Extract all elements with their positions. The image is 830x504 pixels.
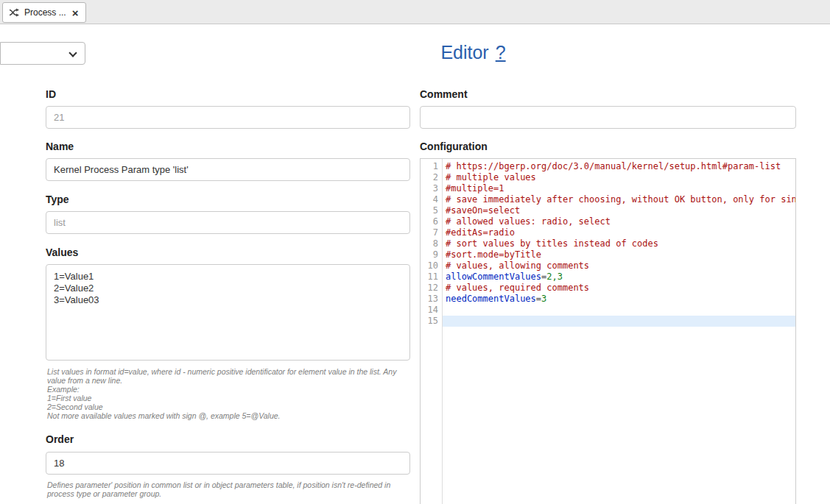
line-number: 15: [421, 316, 442, 327]
code-line[interactable]: #multiple=1: [443, 183, 795, 194]
order-help: Defines parameter' position in common li…: [47, 480, 408, 498]
code-line[interactable]: #saveOn=select: [443, 205, 795, 216]
values-help-line: 1=First value: [47, 394, 409, 402]
line-number: 5: [421, 205, 442, 216]
code-token-comment: # multiple values: [446, 172, 536, 182]
name-label: Name: [46, 141, 74, 152]
code-token-key: needCommentValues: [446, 294, 536, 304]
code-line[interactable]: [443, 316, 795, 327]
code-token-comment: # values, allowing comments: [446, 260, 589, 271]
values-help: List values in format id=value, where id…: [47, 367, 409, 420]
process-icon: [10, 8, 19, 17]
values-help-line: Example:: [47, 385, 409, 394]
code-line[interactable]: #editAs=radio: [443, 227, 795, 238]
code-line[interactable]: # sort values by titles instead of codes: [443, 238, 795, 249]
code-line[interactable]: needCommentValues=3: [443, 294, 795, 305]
line-number: 11: [421, 271, 442, 283]
line-number: 7: [421, 227, 442, 238]
code-line[interactable]: allowCommentValues=2,3: [443, 271, 795, 283]
line-number: 9: [421, 249, 442, 260]
code-token-comment: #sort.mode=byTitle: [446, 249, 541, 260]
close-icon[interactable]: ×: [71, 7, 80, 18]
code-token-comment: #multiple=1: [446, 183, 504, 194]
line-number: 14: [421, 305, 442, 316]
tab-process[interactable]: Process ... ×: [2, 2, 86, 23]
order-field[interactable]: [46, 452, 410, 475]
code-token-value: 3: [541, 294, 546, 304]
tab-label: Process ...: [24, 7, 66, 18]
code-token-comment: #editAs=radio: [446, 227, 515, 238]
line-number: 8: [421, 238, 442, 249]
values-help-line: 2=Second value: [47, 402, 409, 411]
configuration-label: Configuration: [420, 141, 488, 152]
config-editor[interactable]: 123456789101112131415 # https://bgerp.or…: [420, 158, 796, 504]
code-lines[interactable]: # https://bgerp.org/doc/3.0/manual/kerne…: [443, 159, 795, 504]
code-token-value: 2,3: [546, 271, 563, 282]
code-line[interactable]: [443, 305, 795, 316]
editor-page: Process ... × Editor? ID Name Type Value…: [0, 0, 830, 504]
type-field[interactable]: [46, 211, 410, 234]
help-link[interactable]: ?: [496, 42, 506, 63]
values-help-line: Not more available values marked with si…: [47, 411, 409, 420]
code-token-comment: # values, required comments: [446, 283, 589, 293]
line-number: 13: [421, 294, 442, 305]
code-token-comment: # sort values by titles instead of codes: [446, 238, 658, 249]
code-line[interactable]: # multiple values: [443, 172, 795, 183]
code-line[interactable]: # values, allowing comments: [443, 260, 795, 271]
id-label: ID: [46, 88, 56, 100]
values-help-line: List values in format id=value, where id…: [47, 367, 409, 385]
page-title-row: Editor?: [0, 42, 830, 63]
code-line[interactable]: # values, required comments: [443, 283, 795, 294]
tab-bar: Process ... ×: [0, 0, 830, 24]
line-number: 1: [421, 161, 442, 172]
code-line[interactable]: #sort.mode=byTitle: [443, 249, 795, 260]
code-line[interactable]: # allowed values: radio, select: [443, 216, 795, 227]
line-number: 10: [421, 260, 442, 271]
code-token-key: allowCommentValues: [446, 271, 541, 282]
comment-label: Comment: [420, 88, 468, 100]
values-textarea[interactable]: 1=Value1 2=Value2 3=Value03: [46, 264, 410, 361]
code-line[interactable]: # https://bgerp.org/doc/3.0/manual/kerne…: [443, 161, 795, 172]
comment-field[interactable]: [420, 106, 796, 129]
code-token-comment: # save immediately after choosing, witho…: [446, 194, 795, 205]
code-line[interactable]: # save immediately after choosing, witho…: [443, 194, 795, 205]
code-token-comment: # https://bgerp.org/doc/3.0/manual/kerne…: [446, 161, 781, 171]
code-gutter: 123456789101112131415: [421, 159, 443, 504]
code-token-eq: =: [536, 294, 541, 304]
type-label: Type: [46, 194, 69, 205]
name-field[interactable]: [46, 158, 410, 181]
values-label: Values: [46, 246, 78, 258]
line-number: 2: [421, 172, 442, 183]
line-number: 3: [421, 183, 442, 194]
line-number: 4: [421, 194, 442, 205]
line-number: 6: [421, 216, 442, 227]
id-field[interactable]: [46, 106, 410, 129]
code-token-comment: # allowed values: radio, select: [446, 216, 611, 227]
page-title: Editor: [440, 42, 488, 63]
code-token-comment: #saveOn=select: [446, 205, 520, 216]
order-label: Order: [46, 433, 74, 445]
line-number: 12: [421, 283, 442, 294]
